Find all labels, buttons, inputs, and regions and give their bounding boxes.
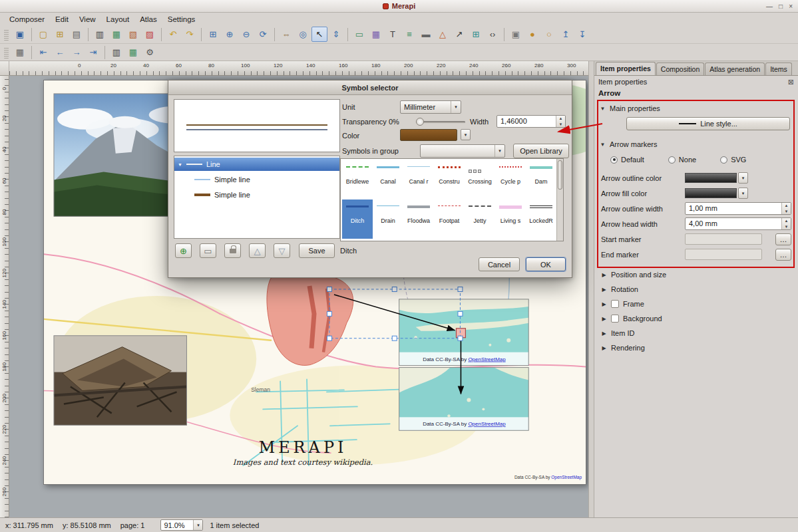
raise-items-icon[interactable]: ↥ [558,27,574,42]
tab-item-properties[interactable]: Item properties [596,62,656,75]
spin-down-icon[interactable]: ▼ [556,122,565,128]
add-image-icon[interactable]: ▦ [368,27,384,42]
duplicate-composition-icon[interactable]: ⊞ [52,27,68,42]
menu-atlas[interactable]: Atlas [134,14,162,25]
section-frame[interactable]: ▶Frame [600,297,793,311]
minimize-button[interactable]: — [766,3,773,10]
add-map-icon[interactable]: ▭ [351,27,367,42]
maximize-button[interactable]: □ [779,3,783,10]
tree-item[interactable]: Simple line [174,188,339,201]
add-shape-icon[interactable]: △ [435,27,451,42]
lower-items-icon[interactable]: ↧ [574,27,590,42]
print-icon[interactable]: ▥ [92,27,108,42]
add-legend-icon[interactable]: ≡ [401,27,417,42]
color-swatch-button[interactable] [400,129,457,141]
spin-down-icon[interactable]: ▼ [782,209,791,215]
undo-icon[interactable]: ↶ [165,27,181,42]
arrow-outline-width-spinbox[interactable]: 1,00 mm ▲▼ [685,202,791,215]
scrollbar[interactable] [556,159,563,241]
section-position-and-size[interactable]: ▶Position and size [600,267,793,282]
menu-layout[interactable]: Layout [101,14,135,25]
house-ruins-photo[interactable] [54,336,187,426]
line-style-button[interactable]: Line style... [626,117,790,130]
cancel-button[interactable]: Cancel [479,257,520,271]
symbol-ditch[interactable]: Ditch [342,200,373,239]
spin-up-icon[interactable]: ▲ [782,203,791,209]
zoom-in-icon[interactable]: ⊕ [222,27,238,42]
checkbox[interactable] [611,315,619,323]
atlas-previous-feature-icon[interactable]: ← [52,45,68,60]
chevron-down-icon[interactable]: ▾ [738,172,748,184]
spin-down-icon[interactable]: ▼ [782,224,791,230]
spin-up-icon[interactable]: ▲ [782,218,791,224]
export-as-pdf-icon[interactable]: ▨ [142,27,158,42]
unit-combo[interactable]: Millimeter ▾ [400,100,461,114]
marker-option-none[interactable]: None [668,156,696,164]
marker-option-default[interactable]: Default [610,156,644,164]
start-marker-input[interactable] [685,233,762,245]
close-button[interactable]: × [789,3,793,10]
tab-atlas-generation[interactable]: Atlas generation [705,63,765,75]
symbol-living-s[interactable]: Living s [495,200,526,239]
refresh-view-icon[interactable]: ⟳ [255,27,271,42]
chevron-down-icon[interactable]: ▾ [738,188,748,199]
symbol-lockedr[interactable]: LockedR [526,200,556,239]
width-spinbox[interactable]: 1,46000 ▲▼ [497,115,566,128]
symbol-canal-r[interactable]: Canal r [403,160,434,200]
inset-map-bottom[interactable]: Data CC-By-SA by OpenStreetMap [399,368,529,431]
zoom-full-icon[interactable]: ⊞ [205,27,221,42]
section-rotation[interactable]: ▶Rotation [600,282,793,297]
atlas-settings-icon[interactable]: ⚙ [142,45,158,60]
menu-view[interactable]: View [74,14,101,25]
zoom-combo[interactable]: 91.0% ▾ [160,519,203,531]
pan-icon[interactable]: ⇔ [278,27,294,42]
unlock-items-icon[interactable]: ○ [541,27,557,42]
lock-symbol-button[interactable] [224,243,241,258]
export-as-svg-icon[interactable]: ▧ [125,27,141,42]
zoom-out-icon[interactable]: ⊖ [238,27,254,42]
save-project-icon[interactable]: ▣ [12,27,28,42]
symbol-floodwa[interactable]: Floodwa [403,200,434,239]
end-marker-input[interactable] [685,249,762,260]
symbols-group-combo[interactable]: ▾ [420,144,505,158]
open-library-button[interactable]: Open Library [513,144,569,158]
main-properties-expander[interactable]: ▼ Main properties [600,102,793,114]
import-symbol-button[interactable]: △ [249,243,266,258]
symbol-cycle-p[interactable]: Cycle p [495,160,526,200]
add-html-frame-icon[interactable]: ‹› [485,27,500,42]
add-label-icon[interactable]: T [385,27,401,42]
marker-option-svg[interactable]: SVG [720,156,746,164]
lock-items-icon[interactable]: ● [524,27,540,42]
symbol-drain[interactable]: Drain [373,200,403,239]
atlas-preview-icon[interactable]: ▦ [12,45,28,60]
export-atlas-icon[interactable]: ▦ [125,45,141,60]
save-symbol-button[interactable]: Save [299,243,335,258]
atlas-last-feature-icon[interactable]: ⇥ [85,45,101,60]
checkbox[interactable] [611,300,619,308]
arrow-markers-expander[interactable]: ▼ Arrow markers [600,138,793,150]
symbol-footpat[interactable]: Footpat [434,200,465,239]
new-composition-icon[interactable]: ▢ [35,27,51,42]
panel-detach-icon[interactable]: ⊠ [788,78,794,86]
group-items-icon[interactable]: ▣ [508,27,524,42]
section-background[interactable]: ▶Background [600,311,793,326]
slider-handle[interactable] [416,118,424,126]
remove-symbol-button[interactable]: ▭ [200,243,216,258]
print-atlas-icon[interactable]: ▥ [108,45,124,60]
atlas-next-feature-icon[interactable]: → [69,45,85,60]
composition-manager-icon[interactable]: ▤ [69,27,85,42]
add-attribute-table-icon[interactable]: ⊞ [468,27,484,42]
section-item-id[interactable]: ▶Item ID [600,326,793,340]
zoom-tool-icon[interactable]: ◎ [295,27,311,42]
tree-item[interactable]: ▼Line [174,158,339,171]
toolbar-handle[interactable] [4,47,9,59]
atlas-first-feature-icon[interactable]: ⇤ [35,45,51,60]
export-symbol-button[interactable]: ▽ [274,243,290,258]
export-as-image-icon[interactable]: ▦ [108,27,124,42]
panel-splitter[interactable] [588,61,594,517]
spin-up-icon[interactable]: ▲ [556,116,565,122]
end-marker-browse-button[interactable]: … [775,249,791,261]
dialog-titlebar[interactable]: Symbol selector [168,80,572,95]
radio-icon[interactable] [720,156,727,164]
menu-composer[interactable]: Composer [4,14,50,25]
